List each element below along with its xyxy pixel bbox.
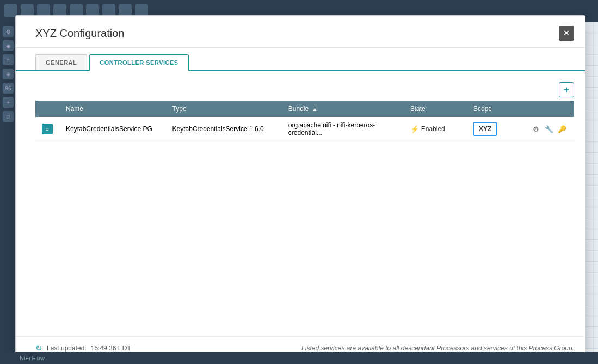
add-button-row: + — [35, 78, 574, 101]
service-icon: ≡ — [42, 124, 53, 134]
close-button[interactable]: × — [559, 26, 574, 41]
row-type-cell: KeytabCredentialsService 1.6.0 — [166, 117, 282, 141]
scope-value: XYZ — [473, 122, 497, 136]
left-sidebar: ⚙ ◉ ≡ ⊕ 96 + □ — [0, 22, 16, 364]
row-actions-cell: ⚙ 🔧 🔑 — [524, 117, 574, 141]
row-icon-cell: ≡ — [35, 117, 59, 141]
sidebar-icon-2[interactable]: ◉ — [3, 40, 14, 51]
xyz-configuration-modal: XYZ Configuration × GENERAL CONTROLLER S… — [15, 15, 585, 361]
tab-general[interactable]: GENERAL — [35, 54, 87, 70]
manage-icon[interactable]: 🔧 — [544, 124, 554, 134]
configure-icon[interactable]: ⚙ — [531, 124, 541, 134]
modal-body: + Name Type Bundle ▲ State Scope — [16, 71, 585, 336]
table-row: ≡ KeytabCredentialsService PG KeytabCred… — [35, 117, 574, 141]
table-header-row: Name Type Bundle ▲ State Scope — [35, 101, 574, 117]
row-bundle-cell: org.apache.nifi - nifi-kerberos-credenti… — [282, 117, 404, 141]
sidebar-icon-4[interactable]: ⊕ — [3, 69, 14, 79]
col-header-scope[interactable]: Scope — [467, 101, 524, 117]
delete-icon[interactable]: 🔑 — [557, 124, 568, 134]
row-scope-cell: XYZ — [467, 117, 524, 141]
nifi-bottom-bar: NiFi Flow — [0, 352, 598, 364]
col-header-type[interactable]: Type — [166, 101, 282, 117]
tabs-row: GENERAL CONTROLLER SERVICES — [16, 48, 585, 71]
col-header-bundle[interactable]: Bundle ▲ — [282, 101, 404, 117]
add-service-button[interactable]: + — [559, 82, 574, 97]
footer-note: Listed services are available to all des… — [301, 344, 574, 352]
sidebar-icon-5[interactable]: 96 — [3, 83, 14, 94]
sidebar-icon-3[interactable]: ≡ — [3, 54, 14, 65]
bundle-sort-icon: ▲ — [312, 106, 318, 112]
bundle-label: Bundle — [288, 105, 309, 113]
services-table: Name Type Bundle ▲ State Scope ≡ Keyt — [35, 101, 574, 141]
col-header-actions — [524, 101, 574, 117]
table-header: Name Type Bundle ▲ State Scope — [35, 101, 574, 117]
lightning-icon: ⚡ — [410, 125, 419, 133]
row-state-cell: ⚡ Enabled — [404, 117, 467, 141]
col-header-state[interactable]: State — [404, 101, 467, 117]
sidebar-icon-7[interactable]: □ — [3, 111, 14, 122]
bottom-bar-label: NiFi Flow — [20, 355, 45, 361]
action-icons: ⚙ 🔧 🔑 — [531, 124, 568, 134]
modal-header: XYZ Configuration × — [16, 16, 585, 48]
last-updated-label: Last updated: — [47, 344, 87, 352]
modal-title: XYZ Configuration — [35, 27, 124, 40]
tab-controller-services[interactable]: CONTROLLER SERVICES — [89, 54, 188, 71]
sidebar-icon-6[interactable]: + — [3, 97, 14, 108]
col-header-name[interactable]: Name — [59, 101, 166, 117]
state-label: Enabled — [421, 125, 445, 133]
row-name-cell: KeytabCredentialsService PG — [59, 117, 166, 141]
col-header-icon — [35, 101, 59, 117]
state-badge: ⚡ Enabled — [410, 125, 445, 133]
table-body: ≡ KeytabCredentialsService PG KeytabCred… — [35, 117, 574, 141]
sidebar-icon-1[interactable]: ⚙ — [3, 26, 14, 37]
last-updated-time: 15:49:36 EDT — [91, 344, 131, 352]
